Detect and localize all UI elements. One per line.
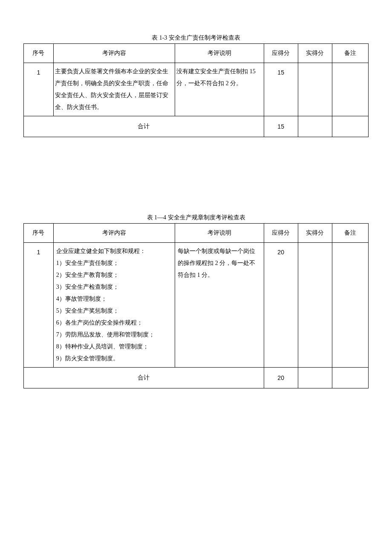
table1-row-score: 15 <box>264 63 298 116</box>
table2-row-seq: 1 <box>24 243 54 368</box>
table2-row-desc: 每缺一个制度或每缺一个岗位的操作规程扣 2 分，每一处不符合扣 1 分。 <box>175 243 264 368</box>
table2-sum-score: 20 <box>264 368 298 388</box>
table1-row-remark <box>332 63 368 116</box>
table1-header-score: 应得分 <box>264 44 298 63</box>
t2-content-line-5: 5）安全生产奖惩制度； <box>56 305 172 317</box>
table2-sum-actual <box>298 368 332 388</box>
table1-header-desc: 考评说明 <box>175 44 264 63</box>
table1-header-seq: 序号 <box>24 44 54 63</box>
table1-title: 表 1-3 安全生广责任制考评检查表 <box>23 34 369 42</box>
table2-header-row: 序号 考评内容 考评说明 应得分 实得分 备注 <box>24 224 369 243</box>
table1-row-actual <box>298 63 332 116</box>
table2-title: 表 1—4 安全生产规章制度考评检查表 <box>23 214 369 221</box>
table2-header-desc: 考评说明 <box>175 224 264 243</box>
table2-row-remark <box>332 243 368 368</box>
table1-sum-actual <box>298 116 332 137</box>
table1-header-content: 考评内容 <box>53 44 175 63</box>
table2-header-score: 应得分 <box>264 224 298 243</box>
table1-row: 1 主要负责人应签署文件颁布本企业的安全生产责任制，明确全员的安全生产职责，任命… <box>24 63 369 116</box>
table2-header-actual: 实得分 <box>298 224 332 243</box>
table1-sum-score: 15 <box>264 116 298 137</box>
table2-header-seq: 序号 <box>24 224 54 243</box>
t2-content-line-1: 1）安全生产责任制度； <box>56 257 172 269</box>
table2-row-content: 企业应建立健全如下制度和规程： 1）安全生产责任制度； 2）安全生产教育制度； … <box>53 243 175 368</box>
table2-sum-remark <box>332 368 368 388</box>
table2-row-actual <box>298 243 332 368</box>
t2-content-line-9: 9）防火安全管理制度。 <box>56 353 172 365</box>
t2-content-line-7: 7）劳防用品发放、使用和管理制度； <box>56 329 172 341</box>
table1-sum-row: 合计 15 <box>24 116 369 137</box>
table1-row-content: 主要负责人应签署文件颁布本企业的安全生产责任制，明确全员的安全生产职责，任命安全… <box>53 63 175 116</box>
table2-row-score: 20 <box>264 243 298 368</box>
t2-content-line-3: 3）安全生产检查制度； <box>56 281 172 293</box>
table2-header-content: 考评内容 <box>53 224 175 243</box>
table1-row-desc: 没有建立安全生产责任制扣 15 分，一处不符合扣 2 分。 <box>175 63 264 116</box>
t2-content-line-0: 企业应建立健全如下制度和规程： <box>56 245 172 257</box>
table2-sum-row: 合计 20 <box>24 368 369 388</box>
t2-content-line-2: 2）安全生产教育制度； <box>56 269 172 281</box>
table2-header-remark: 备注 <box>332 224 368 243</box>
table2-row: 1 企业应建立健全如下制度和规程： 1）安全生产责任制度； 2）安全生产教育制度… <box>24 243 369 368</box>
table1-row-seq: 1 <box>24 63 54 116</box>
t2-content-line-4: 4）事故管理制度； <box>56 293 172 305</box>
table1-sum-label: 合计 <box>24 116 264 137</box>
t2-content-line-8: 8）特种作业人员培训、管理制度； <box>56 341 172 353</box>
table1-header-remark: 备注 <box>332 44 368 63</box>
table1: 序号 考评内容 考评说明 应得分 实得分 备注 1 主要负责人应签署文件颁布本企… <box>23 43 369 137</box>
t2-content-line-6: 6）各生产岗位的安全操作规程； <box>56 317 172 329</box>
table2: 序号 考评内容 考评说明 应得分 实得分 备注 1 企业应建立健全如下制度和规程… <box>23 223 369 388</box>
table2-sum-label: 合计 <box>24 368 264 388</box>
table1-header-actual: 实得分 <box>298 44 332 63</box>
table1-header-row: 序号 考评内容 考评说明 应得分 实得分 备注 <box>24 44 369 63</box>
table1-sum-remark <box>332 116 368 137</box>
